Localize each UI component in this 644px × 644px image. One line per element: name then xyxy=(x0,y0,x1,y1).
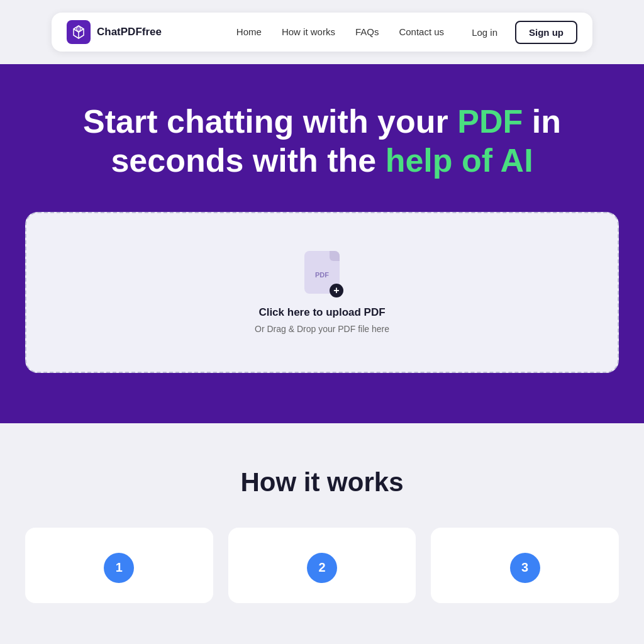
upload-area-wrapper: PDF + Click here to upload PDF Or Drag &… xyxy=(25,212,619,373)
hero-title-accent1: PDF xyxy=(457,103,523,140)
step-card-3: 3 xyxy=(431,528,619,603)
step-number-3: 3 xyxy=(510,553,540,583)
nav-how-link[interactable]: How it works xyxy=(282,26,335,37)
signup-button[interactable]: Sign up xyxy=(515,21,577,44)
logo-link[interactable]: ChatPDFfree xyxy=(67,20,162,44)
nav-home-link[interactable]: Home xyxy=(236,26,262,37)
step-card-1: 1 xyxy=(25,528,213,603)
how-it-works-title: How it works xyxy=(25,467,619,497)
hero-title: Start chatting with your PDF in seconds … xyxy=(25,102,619,180)
nav-actions: Log in Sign up xyxy=(464,21,577,44)
logo-icon xyxy=(67,20,91,44)
step-card-2: 2 xyxy=(228,528,416,603)
hero-title-accent2: help of AI xyxy=(386,142,533,179)
hero-title-part1: Start chatting with your xyxy=(83,103,457,140)
brand-name: ChatPDFfree xyxy=(97,26,162,38)
step-number-2: 2 xyxy=(307,553,337,583)
hero-section: Start chatting with your PDF in seconds … xyxy=(0,64,644,423)
upload-sub-text: Or Drag & Drop your PDF file here xyxy=(255,324,389,334)
steps-row: 1 2 3 xyxy=(25,528,619,603)
upload-icon-wrap: PDF + xyxy=(304,251,340,294)
nav-faqs-link[interactable]: FAQs xyxy=(355,26,379,37)
navbar: ChatPDFfree Home How it works FAQs Conta… xyxy=(52,13,592,52)
navbar-wrapper: ChatPDFfree Home How it works FAQs Conta… xyxy=(0,0,644,64)
how-it-works-section: How it works 1 2 3 xyxy=(0,423,644,628)
nav-links: Home How it works FAQs Contact us xyxy=(236,26,444,38)
nav-item-faqs[interactable]: FAQs xyxy=(355,26,379,38)
upload-main-text: Click here to upload PDF xyxy=(258,306,385,319)
nav-item-how-it-works[interactable]: How it works xyxy=(282,26,335,38)
upload-plus-icon: + xyxy=(330,284,343,297)
upload-dropzone[interactable]: PDF + Click here to upload PDF Or Drag &… xyxy=(25,212,619,373)
diamond-pattern-icon xyxy=(71,25,86,40)
step-number-1: 1 xyxy=(104,553,134,583)
nav-contact-link[interactable]: Contact us xyxy=(399,26,444,37)
nav-item-contact[interactable]: Contact us xyxy=(399,26,444,38)
login-button[interactable]: Log in xyxy=(464,22,505,43)
nav-item-home[interactable]: Home xyxy=(236,26,262,38)
